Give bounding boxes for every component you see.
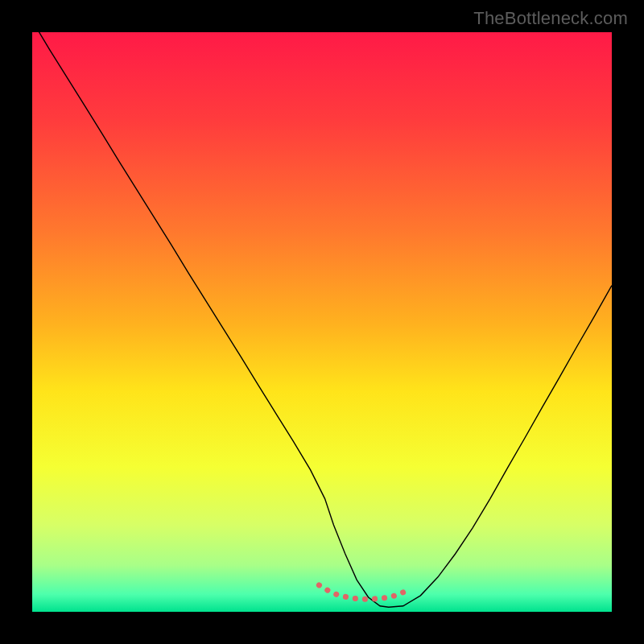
- chart-svg: [32, 32, 612, 612]
- watermark-text: TheBottleneck.com: [473, 8, 628, 29]
- gradient-background: [32, 32, 612, 612]
- chart-frame: TheBottleneck.com: [0, 0, 644, 644]
- plot-area: [32, 32, 612, 612]
